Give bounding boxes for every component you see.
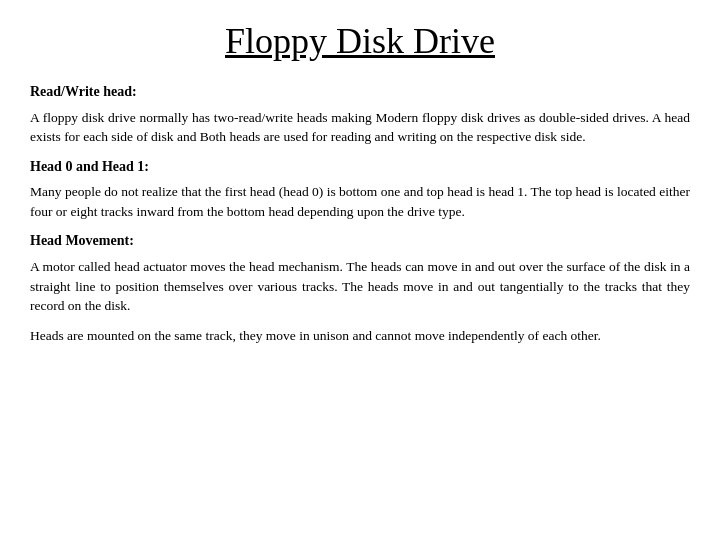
section-body-head-0-head-1: Many people do not realize that the firs… <box>30 182 690 221</box>
page-container: Floppy Disk Drive Read/Write head: A flo… <box>0 0 720 540</box>
section-body-head-movement: A motor called head actuator moves the h… <box>30 257 690 316</box>
section-body-heads-mounted: Heads are mounted on the same track, the… <box>30 326 690 346</box>
page-title: Floppy Disk Drive <box>30 20 690 62</box>
section-heads-mounted: Heads are mounted on the same track, the… <box>30 326 690 346</box>
section-head-0-head-1: Head 0 and Head 1: Many people do not re… <box>30 157 690 222</box>
section-body-read-write-head: A floppy disk drive normally has two-rea… <box>30 108 690 147</box>
section-head-movement: Head Movement: A motor called head actua… <box>30 231 690 315</box>
section-label-read-write-head: Read/Write head: <box>30 82 690 102</box>
section-read-write-head: Read/Write head: A floppy disk drive nor… <box>30 82 690 147</box>
section-label-head-0-head-1: Head 0 and Head 1: <box>30 157 690 177</box>
section-label-head-movement: Head Movement: <box>30 231 690 251</box>
